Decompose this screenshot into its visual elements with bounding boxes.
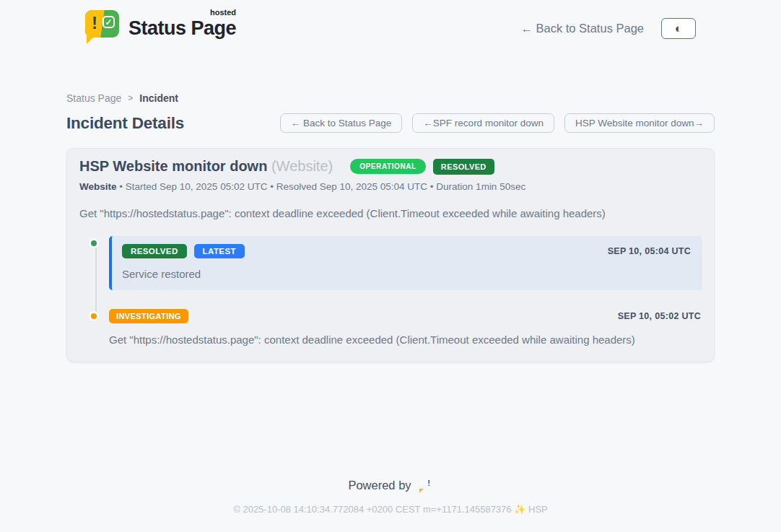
meta-separator: • <box>270 181 274 192</box>
timeline-latest-badge: LATEST <box>194 244 245 258</box>
timeline-entry-highlighted-box: RESOLVED LATEST SEP 10, 05:04 UTC Servic… <box>109 236 702 290</box>
contrast-icon: ◐ <box>675 22 682 35</box>
timeline-dot-green <box>89 238 99 248</box>
logo-bubble-tail <box>87 35 96 44</box>
breadcrumb-incident: Incident <box>139 92 178 104</box>
prev-incident-button[interactable]: ←SPF record monitor down <box>412 113 554 133</box>
theme-toggle-button[interactable]: ◐ <box>661 18 696 39</box>
operational-status-badge: OPERATIONAL <box>350 159 426 174</box>
timeline-resolved-badge: RESOLVED <box>122 244 187 258</box>
checkmark-icon: ✓ <box>102 16 115 28</box>
timeline-investigating-badge: INVESTIGATING <box>109 309 188 323</box>
back-to-status-page-button[interactable]: ← Back to Status Page <box>280 113 403 133</box>
powered-by-label: Powered by <box>348 479 411 492</box>
incident-description: Get "https://hostedstatus.page": context… <box>79 207 702 219</box>
meta-separator: • <box>430 181 434 192</box>
meta-resolved: Resolved Sep 10, 2025 05:04 UTC <box>276 181 427 192</box>
breadcrumb-status-page[interactable]: Status Page <box>66 92 121 104</box>
main-content: Status Page > Incident Incident Details … <box>66 92 715 362</box>
timeline-timestamp: SEP 10, 05:02 UTC <box>618 311 701 321</box>
resolved-state-badge: RESOLVED <box>433 159 494 175</box>
footer-logo-icon[interactable]: ! ✓ <box>419 478 433 492</box>
incident-component: (Website) <box>271 158 333 174</box>
footer: Powered by ! ✓ © 2025-10-08 14:10:34.772… <box>0 478 781 532</box>
timeline-entry-plain: INVESTIGATING SEP 10, 05:02 UTC Get "htt… <box>109 309 702 346</box>
meta-started: Started Sep 10, 2025 05:02 UTC <box>126 181 268 192</box>
incident-nav-buttons: ← Back to Status Page ←SPF record monito… <box>280 113 715 133</box>
timeline-entry-resolved: RESOLVED LATEST SEP 10, 05:04 UTC Servic… <box>79 236 702 290</box>
breadcrumb-separator: > <box>128 93 133 103</box>
brand-hosted-label: hosted <box>210 8 236 17</box>
exclamation-icon: ! <box>90 13 100 33</box>
incident-title: HSP Website monitor down (Website) <box>79 158 333 175</box>
logo-bubble-icon: ! ✓ <box>85 10 119 46</box>
status-page-logo[interactable]: ! ✓ Status Page hosted <box>85 10 236 46</box>
timeline-dot-orange <box>89 311 99 321</box>
timeline-message: Get "https://hostedstatus.page": context… <box>109 333 701 346</box>
next-incident-button[interactable]: HSP Website monitor down→ <box>564 113 715 133</box>
incident-card: HSP Website monitor down (Website) OPERA… <box>66 148 715 362</box>
timeline-timestamp: SEP 10, 05:04 UTC <box>608 246 691 256</box>
page-title: Incident Details <box>66 114 184 133</box>
timeline-entry-investigating: INVESTIGATING SEP 10, 05:02 UTC Get "htt… <box>79 309 702 346</box>
copyright-text: © 2025-10-08 14:10:34.772084 +0200 CEST … <box>0 504 781 515</box>
timeline-message: Service restored <box>122 268 691 280</box>
incident-meta: Website • Started Sep 10, 2025 05:02 UTC… <box>79 181 702 192</box>
breadcrumb: Status Page > Incident <box>66 92 715 104</box>
meta-duration: Duration 1min 50sec <box>436 181 525 192</box>
brand-name: Status Page <box>128 17 236 39</box>
header-back-to-status-page-link[interactable]: ← Back to Status Page <box>520 22 644 35</box>
meta-service-name: Website <box>79 181 117 192</box>
incident-timeline: RESOLVED LATEST SEP 10, 05:04 UTC Servic… <box>79 236 702 346</box>
meta-separator: • <box>119 181 123 192</box>
header: ! ✓ Status Page hosted ← Back to Status … <box>0 0 781 46</box>
